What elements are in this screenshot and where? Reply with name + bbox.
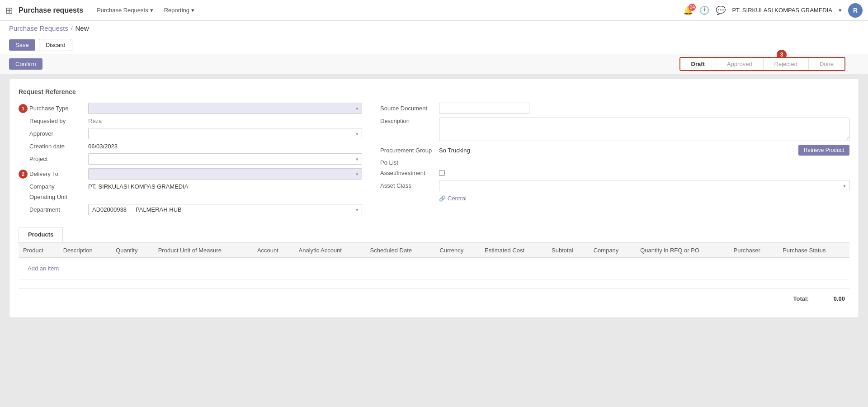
clock-icon[interactable]: 🕐 xyxy=(699,5,709,15)
creation-date-value: 06/03/2023 xyxy=(88,143,362,150)
source-document-row: Source Document xyxy=(380,103,849,114)
purchase-type-row: 1 Purchase Type ▾ xyxy=(19,103,362,114)
total-row: Total: 0.00 xyxy=(19,289,849,308)
source-document-label: Source Document xyxy=(380,105,439,112)
top-navigation: ⊞ Purchase requests Purchase Requests ▾ … xyxy=(0,0,868,21)
col-description: Description xyxy=(59,243,111,258)
table-header: Product Description Quantity Product Uni… xyxy=(19,243,849,258)
project-select[interactable] xyxy=(88,153,362,165)
purchase-type-select[interactable] xyxy=(88,103,362,114)
confirm-button[interactable]: Confirm xyxy=(9,58,42,70)
breadcrumb-current: New xyxy=(75,24,89,32)
col-purchase-status: Purchase Status xyxy=(778,243,849,258)
col-company: Company xyxy=(589,243,636,258)
creation-date-label: Creation date xyxy=(29,143,88,150)
po-list-label: Po List xyxy=(380,159,439,166)
retrieve-product-button[interactable]: Retrieve Product xyxy=(798,145,849,156)
discard-button[interactable]: Discard xyxy=(39,39,72,51)
company-name[interactable]: PT. SIRKULASI KOMPAS GRAMEDIA xyxy=(732,7,832,14)
status-step-done[interactable]: Done xyxy=(809,58,844,70)
status-step-approved[interactable]: Approved xyxy=(716,58,764,70)
user-avatar[interactable]: R xyxy=(848,3,863,18)
nav-item-reporting[interactable]: Reporting ▾ xyxy=(160,5,199,15)
asset-investment-label: Asset/Investment xyxy=(380,170,439,176)
form-right-section: Source Document Description Procurement … xyxy=(380,103,849,219)
delivery-to-row: 2 Delivery To ▾ xyxy=(19,168,362,180)
external-link-icon: 🔗 xyxy=(439,195,446,202)
creation-date-row: Creation date 06/03/2023 xyxy=(19,143,362,150)
col-purchaser: Purchaser xyxy=(729,243,778,258)
chat-icon[interactable]: 💬 xyxy=(716,5,726,15)
asset-class-label: Asset Class xyxy=(380,182,439,189)
col-account: Account xyxy=(253,243,294,258)
approver-wrap: ▾ xyxy=(88,128,362,139)
procurement-group-value: So Trucking xyxy=(439,147,798,154)
delivery-to-label: Delivery To xyxy=(29,170,88,177)
annotation-1: 1 xyxy=(19,104,28,113)
project-wrap: ▾ xyxy=(88,153,362,165)
tabs-area: Products Product Description Quantity Pr… xyxy=(19,227,849,308)
delivery-to-wrap: ▾ xyxy=(88,168,362,180)
project-label: Project xyxy=(29,156,88,162)
approver-select[interactable] xyxy=(88,128,362,139)
company-dropdown-icon[interactable]: ▾ xyxy=(839,7,842,14)
operating-unit-row: Operating Unit xyxy=(19,194,362,200)
chevron-down-icon: ▾ xyxy=(150,7,153,14)
requested-by-row: Requested by Reza xyxy=(19,118,362,124)
department-select[interactable]: AD02000938 — PALMERAH HUB xyxy=(88,204,362,215)
col-qty-rfq-po: Quantity in RFQ or PO xyxy=(636,243,729,258)
notification-icon[interactable]: 🔔 24 xyxy=(683,5,693,15)
status-steps: Draft Approved Rejected Done xyxy=(679,57,845,71)
form-left-section: 1 Purchase Type ▾ Requested by Reza xyxy=(19,103,362,219)
requested-by-value: Reza xyxy=(88,118,362,124)
purchase-type-label: Purchase Type xyxy=(29,105,88,112)
col-quantity: Quantity xyxy=(111,243,154,258)
annotation-2: 2 xyxy=(19,170,28,179)
add-item-link[interactable]: Add an item xyxy=(23,261,63,275)
department-wrap: AD02000938 — PALMERAH HUB ▾ xyxy=(88,204,362,215)
grid-icon[interactable]: ⊞ xyxy=(5,5,13,16)
breadcrumb-separator: / xyxy=(71,25,73,32)
central-row: 🔗 Central xyxy=(380,195,849,202)
col-analytic-account: Analytic Account xyxy=(294,243,366,258)
asset-investment-checkbox[interactable] xyxy=(439,170,445,176)
table-body: Add an item xyxy=(19,258,849,279)
col-currency: Currency xyxy=(435,243,480,258)
status-step-draft[interactable]: Draft xyxy=(680,58,716,70)
approver-row: Approver ▾ xyxy=(19,128,362,139)
procurement-group-row: Procurement Group So Trucking Retrieve P… xyxy=(380,145,849,156)
save-button[interactable]: Save xyxy=(9,39,35,51)
action-bar: Save Discard xyxy=(0,36,868,54)
chevron-down-icon: ▾ xyxy=(191,7,194,14)
col-product-uom: Product Unit of Measure xyxy=(154,243,253,258)
table-header-row: Product Description Quantity Product Uni… xyxy=(19,243,849,258)
status-step-rejected[interactable]: Rejected xyxy=(764,58,809,70)
main-content: Request Reference 1 Purchase Type ▾ xyxy=(0,74,868,407)
asset-class-select[interactable] xyxy=(439,180,849,191)
delivery-to-select[interactable] xyxy=(88,168,362,180)
tab-products[interactable]: Products xyxy=(19,227,63,242)
nav-menu: Purchase Requests ▾ Reporting ▾ xyxy=(92,5,199,15)
tab-header: Products xyxy=(19,227,849,243)
total-value: 0.00 xyxy=(818,295,845,302)
purchase-type-wrap: ▾ xyxy=(88,103,362,114)
app-title: Purchase requests xyxy=(19,6,83,14)
header-right-icons: 🔔 24 🕐 💬 PT. SIRKULASI KOMPAS GRAMEDIA ▾… xyxy=(683,3,863,18)
col-scheduled-date: Scheduled Date xyxy=(365,243,435,258)
col-estimated-cost: Estimated Cost xyxy=(480,243,547,258)
section-title: Request Reference xyxy=(19,88,849,95)
source-document-input[interactable] xyxy=(439,103,529,114)
form-card: Request Reference 1 Purchase Type ▾ xyxy=(9,79,859,318)
notification-badge: 24 xyxy=(689,4,696,11)
asset-class-wrap: ▾ xyxy=(439,180,849,191)
company-label: Company xyxy=(29,183,88,190)
asset-class-row: Asset Class ▾ xyxy=(380,180,849,191)
department-row: Department AD02000938 — PALMERAH HUB ▾ xyxy=(19,204,362,215)
breadcrumb-parent[interactable]: Purchase Requests xyxy=(9,24,68,32)
description-textarea[interactable] xyxy=(439,118,849,141)
status-bar: Confirm 3 Draft Approved Rejected Done xyxy=(0,54,868,74)
procurement-group-label: Procurement Group xyxy=(380,147,439,154)
central-link[interactable]: 🔗 Central xyxy=(439,195,467,202)
description-row: Description xyxy=(380,118,849,141)
nav-item-purchase-requests[interactable]: Purchase Requests ▾ xyxy=(92,5,157,15)
